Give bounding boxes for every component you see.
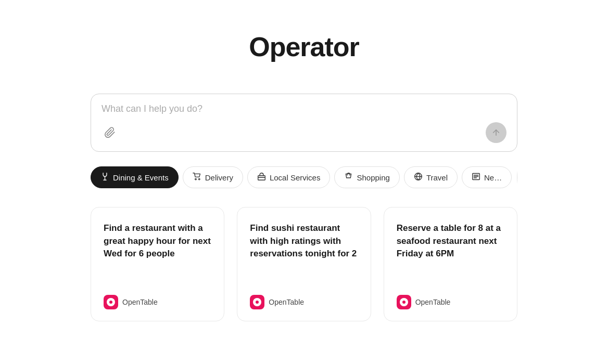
cards-grid: Find a restaurant with a great happy hou… — [91, 207, 517, 321]
suggestion-card-3[interactable]: Reserve a table for 8 at a seafood resta… — [384, 207, 517, 321]
tab-local-services[interactable]: Local Services — [247, 166, 331, 188]
suggestion-card-1[interactable]: Find a restaurant with a great happy hou… — [91, 207, 224, 321]
news-icon — [472, 172, 480, 183]
tab-news[interactable]: Ne… — [462, 166, 512, 188]
opentable-dot-3 — [402, 301, 406, 304]
send-button[interactable] — [486, 122, 506, 143]
dining-icon — [100, 172, 109, 183]
page-wrapper: Operator — [0, 0, 608, 342]
tab-dining-label: Dining & Events — [113, 173, 169, 182]
tab-travel-label: Travel — [426, 173, 448, 182]
opentable-logo-inner-2 — [253, 298, 261, 306]
opentable-logo-3 — [397, 295, 411, 309]
tab-delivery[interactable]: Delivery — [183, 166, 243, 188]
opentable-dot-1 — [109, 301, 112, 304]
delivery-icon — [193, 172, 201, 183]
tab-local-label: Local Services — [270, 173, 321, 182]
svg-point-3 — [195, 178, 196, 180]
card-1-text: Find a restaurant with a great happy hou… — [104, 222, 211, 282]
opentable-logo-inner-3 — [400, 298, 408, 306]
tab-shopping-label: Shopping — [357, 173, 389, 182]
card-3-text: Reserve a table for 8 at a seafood resta… — [397, 222, 504, 282]
card-1-service-name: OpenTable — [122, 298, 158, 306]
svg-point-4 — [198, 178, 200, 180]
suggestion-card-2[interactable]: Find sushi restaurant with high ratings … — [237, 207, 371, 321]
tab-dining-events[interactable]: Dining & Events — [91, 166, 179, 188]
card-2-service-name: OpenTable — [269, 298, 304, 306]
search-actions-row — [102, 122, 506, 143]
opentable-logo-inner-1 — [107, 298, 115, 306]
paperclip-icon — [104, 126, 116, 139]
card-2-text: Find sushi restaurant with high ratings … — [250, 222, 358, 282]
local-icon — [257, 172, 266, 183]
card-3-service-name: OpenTable — [415, 298, 451, 306]
tab-travel[interactable]: Travel — [404, 166, 458, 188]
tab-delivery-label: Delivery — [205, 173, 233, 182]
opentable-logo-1 — [104, 295, 118, 309]
search-container — [91, 94, 517, 152]
tab-news-label: Ne… — [484, 173, 502, 182]
card-3-service: OpenTable — [397, 295, 504, 309]
opentable-logo-2 — [250, 295, 264, 309]
tabs-row: Dining & Events Delivery Local Servi — [91, 166, 517, 188]
search-input[interactable] — [102, 102, 506, 117]
tabs-more-button[interactable]: › — [517, 168, 517, 187]
attach-button[interactable] — [102, 124, 118, 141]
send-icon — [491, 128, 501, 137]
shopping-icon — [344, 172, 353, 183]
app-title: Operator — [249, 31, 359, 62]
tab-shopping[interactable]: Shopping — [334, 166, 399, 188]
card-1-service: OpenTable — [104, 295, 211, 309]
search-input-row — [102, 102, 506, 117]
travel-icon — [414, 172, 423, 183]
svg-rect-5 — [258, 176, 265, 180]
card-2-service: OpenTable — [250, 295, 358, 309]
opentable-dot-2 — [256, 301, 259, 304]
